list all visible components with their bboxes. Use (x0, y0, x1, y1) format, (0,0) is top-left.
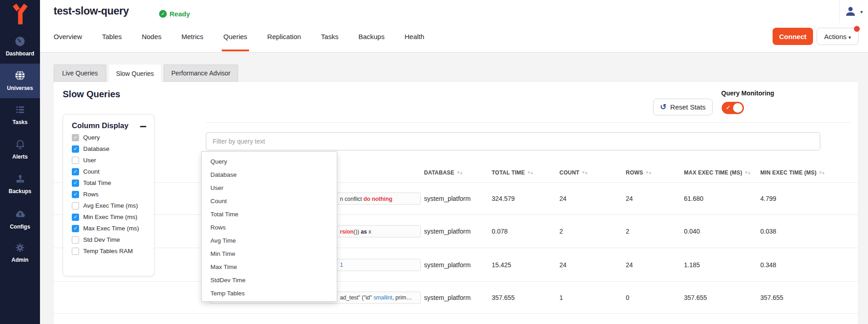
dropdown-item-database[interactable]: Database (202, 168, 337, 181)
column-option-temp-tables-ram[interactable]: Temp Tables RAM (63, 245, 154, 257)
column-option-database[interactable]: ✓Database (63, 143, 154, 155)
dropdown-item-avg-time[interactable]: Avg Time (202, 234, 337, 247)
column-option-std-dev-time[interactable]: Std Dev Time (63, 234, 154, 245)
sort-arrows-icon[interactable]: ▼▲ (457, 171, 463, 174)
sidebar-item-admin[interactable]: Admin (0, 236, 40, 271)
tab-tables[interactable]: Tables (102, 33, 122, 41)
checkbox-checked[interactable]: ✓ (72, 145, 79, 153)
sidebar-item-dashboard[interactable]: Dashboard (0, 29, 40, 64)
tasks-icon (15, 104, 26, 116)
dashboard-icon (14, 35, 26, 47)
dropdown-item-count[interactable]: Count (202, 194, 337, 208)
header-total_time[interactable]: TOTAL TIME▼▲ (492, 169, 534, 176)
sidebar-item-label: Backups (0, 188, 40, 194)
dropdown-item-stddev-time[interactable]: StdDev Time (202, 274, 337, 287)
checkbox-checked[interactable]: ✓ (72, 168, 79, 175)
subtab-slow-queries[interactable]: Slow Queries (109, 65, 161, 82)
tab-metrics[interactable]: Metrics (181, 33, 203, 41)
tab-backups[interactable]: Backups (359, 33, 385, 41)
tab-nodes[interactable]: Nodes (142, 33, 161, 41)
sidebar: DashboardUniversesTasksAlertsBackupsConf… (0, 0, 40, 324)
backups-icon (15, 173, 26, 185)
cell-database: system_platform (424, 294, 471, 301)
dropdown-item-query[interactable]: Query (202, 155, 337, 168)
sidebar-item-label: Admin (0, 257, 40, 263)
header-label: ROWS (626, 169, 643, 176)
column-option-rows[interactable]: ✓Rows (63, 189, 154, 200)
column-option-user[interactable]: User (63, 155, 154, 166)
checkbox-checked[interactable]: ✓ (72, 179, 79, 187)
header-max[interactable]: MAX EXEC TIME (MS)▼▲ (684, 169, 751, 176)
tab-health[interactable]: Health (404, 33, 424, 41)
column-option-avg-exec-time-ms[interactable]: Avg Exec Time (ms) (63, 200, 154, 211)
tab-replication[interactable]: Replication (267, 33, 301, 41)
configs-icon (14, 208, 26, 220)
dropdown-item-temp-tables[interactable]: Temp Tables (202, 287, 337, 300)
checkbox-unchecked[interactable] (72, 202, 79, 209)
checkbox-checked[interactable]: ✓ (72, 214, 79, 221)
cell-total_time: 0.078 (492, 228, 508, 235)
dropdown-item-max-time[interactable]: Max Time (202, 260, 337, 274)
table-header-row: QUERY▼▲DATABASE▼▲TOTAL TIME▼▲COUNT▼▲ROWS… (54, 164, 858, 183)
header-min[interactable]: MIN EXEC TIME (MS)▼▲ (760, 169, 825, 176)
tab-queries[interactable]: Queries (224, 33, 248, 41)
dropdown-item-rows[interactable]: Rows (202, 221, 337, 234)
column-option-label: Count (83, 168, 100, 175)
header-rows[interactable]: ROWS▼▲ (626, 169, 652, 176)
column-option-count[interactable]: ✓Count (63, 166, 154, 177)
checkbox-unchecked[interactable] (72, 157, 79, 164)
yugabyte-logo-icon[interactable] (10, 4, 30, 25)
sort-arrows-icon[interactable]: ▼▲ (582, 171, 588, 174)
query-monitoring-toggle[interactable]: ✓ (722, 102, 744, 114)
sort-arrows-icon[interactable]: ▼▲ (528, 171, 534, 174)
dropdown-item-min-time[interactable]: Min Time (202, 247, 337, 260)
tab-overview[interactable]: Overview (54, 33, 82, 41)
header-database[interactable]: DATABASE▼▲ (424, 169, 463, 176)
dropdown-item-user[interactable]: User (202, 181, 337, 194)
column-option-query[interactable]: ✓Query (63, 132, 154, 143)
user-avatar-icon[interactable] (844, 5, 857, 19)
sidebar-item-alerts[interactable]: Alerts (0, 133, 40, 167)
status-badge: ✓ Ready (159, 10, 190, 18)
checkbox-unchecked[interactable] (72, 248, 79, 255)
actions-button[interactable]: Actions ▾ (817, 28, 858, 45)
column-select-dropdown: QueryDatabaseUserCountTotal TimeRowsAvg … (201, 151, 337, 302)
checkbox-checked[interactable]: ✓ (72, 191, 79, 198)
sidebar-item-tasks[interactable]: Tasks (0, 98, 40, 133)
table-row: 1system_platform15.42524241.1850.348 (54, 248, 858, 282)
slow-queries-panel: Slow Queries ↺ Reset Stats Query Monitor… (54, 82, 858, 324)
subtab-live-queries[interactable]: Live Queries (54, 65, 106, 82)
checkbox-disabled[interactable]: ✓ (72, 134, 79, 141)
column-option-label: Avg Exec Time (ms) (83, 202, 138, 209)
checkbox-unchecked[interactable] (72, 236, 79, 244)
cell-rows: 0 (626, 294, 629, 301)
connect-button[interactable]: Connect (773, 28, 813, 45)
collapse-minus-icon[interactable] (140, 126, 146, 127)
sidebar-item-universes[interactable]: Universes (0, 64, 40, 98)
sort-arrows-icon[interactable]: ▼▲ (819, 171, 825, 174)
check-icon: ✓ (726, 104, 731, 111)
query-filter-input[interactable] (206, 132, 820, 150)
dropdown-item-total-time[interactable]: Total Time (202, 208, 337, 221)
header-count[interactable]: COUNT▼▲ (559, 169, 588, 176)
reset-stats-button[interactable]: ↺ Reset Stats (653, 99, 713, 115)
user-menu[interactable]: ▾ (844, 5, 863, 19)
header-label: MAX EXEC TIME (MS) (684, 169, 742, 176)
column-option-label: Rows (83, 191, 99, 198)
column-display-title: Column Display (72, 121, 129, 130)
toggle-knob (733, 103, 743, 113)
table-row: n conflict do nothingsystem_platform324.… (54, 183, 858, 215)
sort-arrows-icon[interactable]: ▼▲ (646, 171, 652, 174)
sidebar-item-configs[interactable]: Configs (0, 202, 40, 236)
subtab-performance-advisor[interactable]: Performance Advisor (164, 65, 238, 82)
cell-min_exec_ms: 357.655 (760, 294, 783, 301)
column-option-min-exec-time-ms[interactable]: ✓Min Exec Time (ms) (63, 211, 154, 223)
sort-arrows-icon[interactable]: ▼▲ (745, 171, 751, 174)
column-option-total-time[interactable]: ✓Total Time (63, 177, 154, 189)
tab-tasks[interactable]: Tasks (321, 33, 338, 41)
sidebar-item-backups[interactable]: Backups (0, 167, 40, 202)
checkbox-checked[interactable]: ✓ (72, 225, 79, 232)
query-text: ad_test" ("id" smallint, prim… (340, 294, 412, 301)
column-option-max-exec-time-ms[interactable]: ✓Max Exec Time (ms) (63, 223, 154, 234)
check-circle-icon: ✓ (159, 10, 167, 18)
